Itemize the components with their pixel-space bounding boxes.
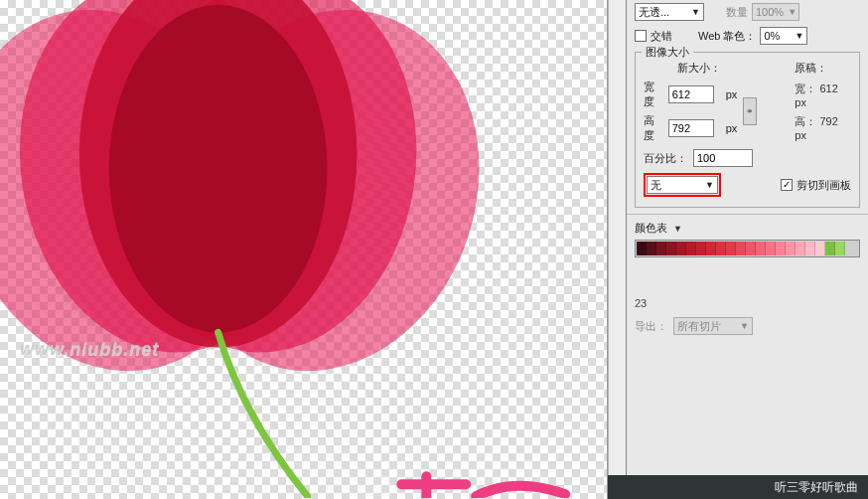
width-input[interactable]	[668, 85, 714, 103]
color-table-header[interactable]: 颜色表 ▼	[627, 214, 868, 240]
link-dimensions-button[interactable]: ⚭	[743, 97, 757, 125]
color-swatch[interactable]	[666, 242, 676, 255]
image-size-group: 图像大小 新大小： 宽度 px ⚭ 高度 px 百分比：	[635, 52, 860, 208]
web-dither-value: 0%	[764, 30, 780, 42]
percent-label: 百分比：	[644, 151, 687, 166]
artwork-tulip	[0, 0, 607, 498]
chevron-down-icon: ▼	[687, 7, 700, 17]
footer-nowplaying: 听三零好听歌曲	[775, 479, 858, 496]
orig-height-label: 高：	[795, 115, 816, 127]
chevron-down-icon: ▼	[736, 321, 749, 331]
quantity-select: 100% ▼	[752, 3, 799, 21]
color-swatch[interactable]	[796, 242, 805, 255]
image-size-legend: 图像大小	[642, 45, 693, 60]
clip-to-artboard-checkbox[interactable]	[781, 179, 793, 191]
color-swatch[interactable]	[686, 242, 696, 255]
svg-point-5	[109, 5, 328, 332]
clip-to-artboard-label: 剪切到画板	[796, 178, 851, 193]
percent-input[interactable]	[693, 149, 753, 167]
export-slices-select: 所有切片 ▼	[673, 317, 753, 335]
color-swatch[interactable]	[825, 242, 835, 255]
original-label: 原稿：	[795, 61, 851, 76]
highlight-box: 无 ▼	[644, 173, 721, 197]
resample-method-value: 无	[651, 178, 661, 193]
color-swatch[interactable]	[805, 242, 815, 255]
export-label: 导出：	[635, 319, 667, 334]
new-size-label: 新大小：	[677, 61, 771, 76]
chevron-down-icon: ▼	[701, 180, 714, 190]
color-table-title: 颜色表	[635, 221, 667, 236]
canvas-area: www.niubb.net	[0, 0, 608, 499]
color-swatch[interactable]	[716, 242, 726, 255]
width-label: 宽度	[644, 80, 662, 109]
footer-bar: 听三零好听歌曲	[608, 475, 868, 499]
canvas-scrollbar[interactable]	[608, 0, 626, 499]
save-for-web-panel: 无透... ▼ 数量 100% ▼ 交错 Web 靠色： 0% ▼ 图像大小 新…	[626, 0, 868, 499]
interlace-label: 交错	[651, 29, 672, 44]
height-unit: px	[726, 122, 738, 134]
color-swatch[interactable]	[736, 242, 746, 255]
transparency-preset-select[interactable]: 无透... ▼	[635, 3, 704, 21]
interlace-checkbox[interactable]	[635, 30, 647, 42]
watermark: www.niubb.net	[20, 339, 159, 360]
chevron-down-icon: ▼	[784, 7, 796, 17]
chevron-down-icon: ▼	[792, 31, 804, 41]
color-table-swatches[interactable]	[635, 240, 860, 257]
color-swatch[interactable]	[756, 242, 766, 255]
export-slices-value: 所有切片	[677, 319, 721, 334]
quantity-value: 100%	[756, 6, 784, 18]
color-swatch[interactable]	[726, 242, 736, 255]
color-swatch[interactable]	[815, 242, 825, 255]
quantity-label: 数量	[726, 5, 748, 20]
height-label: 高度	[644, 113, 662, 143]
color-swatch[interactable]	[835, 242, 845, 255]
transparency-preset-value: 无透...	[639, 5, 669, 20]
color-swatch[interactable]	[676, 242, 686, 255]
color-swatch[interactable]	[746, 242, 756, 255]
orig-width-label: 宽：	[795, 83, 816, 94]
chevron-down-icon: ▼	[673, 224, 682, 234]
color-swatch[interactable]	[766, 242, 776, 255]
color-swatch[interactable]	[647, 242, 656, 255]
color-swatch[interactable]	[786, 242, 796, 255]
resample-method-select[interactable]: 无 ▼	[647, 176, 718, 194]
color-swatch[interactable]	[656, 242, 666, 255]
width-unit: px	[726, 88, 738, 100]
height-input[interactable]	[668, 119, 714, 137]
web-dither-select[interactable]: 0% ▼	[760, 27, 807, 45]
color-swatch[interactable]	[696, 242, 706, 255]
web-dither-label: Web 靠色：	[698, 29, 756, 44]
color-count: 23	[627, 257, 868, 313]
color-swatch[interactable]	[637, 242, 647, 255]
color-swatch[interactable]	[706, 242, 716, 255]
color-swatch[interactable]	[776, 242, 786, 255]
